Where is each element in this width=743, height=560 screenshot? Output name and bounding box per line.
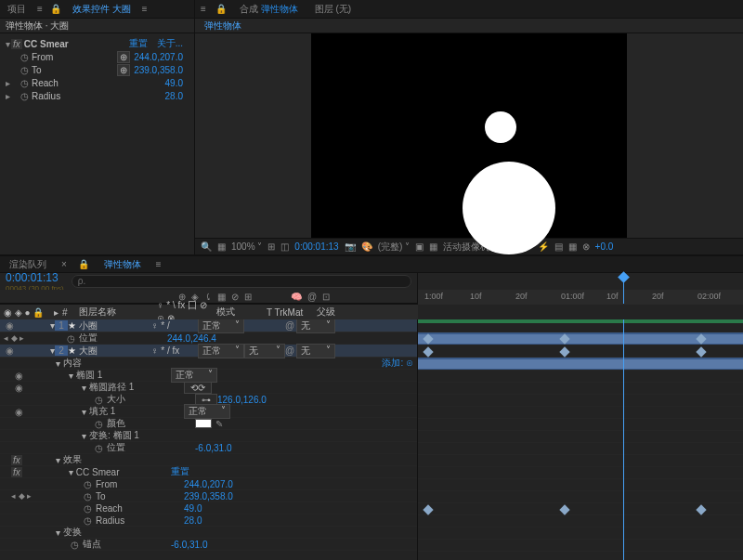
layer-bar[interactable]	[418, 358, 743, 371]
group-ellipse-path[interactable]: ◉ ▾ 椭圆路径 1 ⟲⟳	[0, 382, 417, 394]
lock-icon[interactable]: 🔒	[78, 259, 89, 269]
size-value[interactable]: 126.0,126.0	[217, 395, 267, 405]
property-row[interactable]: ◷ 锚点 -6.0,31.0	[0, 539, 417, 551]
twirl-icon[interactable]: ▾	[82, 407, 86, 417]
grid-icon[interactable]: ▦	[217, 241, 226, 252]
position-value[interactable]: -6.0,31.0	[195, 443, 231, 453]
viewer-timecode[interactable]: 0:00:01:13	[294, 241, 338, 252]
panel-menu-icon[interactable]: ×	[61, 259, 67, 269]
color-mgmt-icon[interactable]: 🎨	[361, 241, 372, 252]
layer-switches[interactable]: ♀ * /	[151, 320, 198, 331]
twirl-effect-icon[interactable]: ▾	[4, 39, 11, 49]
eye-icon[interactable]: ◉	[4, 320, 15, 331]
layer-name-header[interactable]: 图层名称	[79, 306, 153, 319]
to-x-value[interactable]: 239.0	[134, 65, 157, 75]
property-row[interactable]: ◂ ◆ ▸ ◷ To 239.0,358.0	[0, 490, 417, 502]
effect-reset-link[interactable]: 重置	[171, 465, 189, 478]
layer-switches[interactable]: ♀ * / fx	[151, 345, 198, 356]
keyframe-icon[interactable]	[559, 346, 569, 357]
exposure-reset-icon[interactable]: ⊗	[582, 241, 590, 252]
view-icon[interactable]: ▣	[415, 241, 424, 252]
panel-options-icon[interactable]: ≡	[142, 4, 148, 14]
stopwatch-icon[interactable]: ◷	[82, 515, 93, 526]
mode-header[interactable]: 模式	[216, 306, 263, 319]
to-y-value[interactable]: 358.0	[160, 65, 183, 75]
current-time-indicator[interactable]	[623, 273, 624, 304]
from-x-value[interactable]: 244.0	[134, 52, 157, 62]
twirl-icon[interactable]: ▸	[4, 78, 11, 88]
tab-layer[interactable]: 图层 (无)	[311, 1, 355, 18]
effect-name[interactable]: CC Smear	[22, 39, 129, 49]
timeline-tracks[interactable]	[418, 319, 743, 560]
tab-project[interactable]: 项目	[4, 1, 30, 18]
stopwatch-icon[interactable]: ◷	[93, 419, 104, 429]
keyframe-icon[interactable]	[423, 346, 433, 357]
timeline-icon[interactable]: ▤	[554, 241, 563, 252]
pickwhip-icon[interactable]: @	[307, 292, 317, 302]
twirl-icon[interactable]: ▾	[56, 358, 60, 369]
group-ellipse[interactable]: ◉ ▾ 椭圆 1 正常˅	[0, 370, 417, 382]
stopwatch-icon[interactable]: ◷	[65, 333, 76, 344]
brain-icon[interactable]: 🧠	[291, 292, 302, 302]
keyframe-nav[interactable]: ◂ ◆ ▸	[4, 333, 37, 343]
property-track[interactable]	[418, 345, 743, 358]
group-fill[interactable]: ◉ ▾ 填充 1 正常˅	[0, 406, 417, 418]
expand-icon[interactable]: ⊡	[322, 292, 330, 302]
trkmat-header[interactable]: T TrkMat	[267, 307, 313, 318]
keyframe-icon[interactable]	[696, 504, 706, 514]
blend-mode-dropdown[interactable]: 正常˅	[198, 344, 244, 358]
eye-icon[interactable]: ◉	[13, 383, 24, 393]
shape-small-circle[interactable]	[485, 111, 516, 143]
keyframe-icon[interactable]	[423, 504, 433, 514]
twirl-icon[interactable]: ▾	[56, 455, 60, 465]
snapshot-icon[interactable]: 📷	[345, 241, 356, 252]
from-y-value[interactable]: 207.0	[160, 52, 183, 62]
panel-menu-icon[interactable]: ≡	[37, 4, 43, 14]
to-value[interactable]: 239.0,358.0	[184, 491, 233, 501]
color-swatch[interactable]	[195, 419, 212, 428]
crosshair-icon[interactable]: ⊕	[117, 64, 130, 76]
layer-bar[interactable]	[418, 332, 743, 345]
magnify-icon[interactable]: 🔍	[201, 241, 212, 252]
stopwatch-icon[interactable]: ◷	[69, 540, 80, 550]
eyedropper-icon[interactable]: ✎	[215, 419, 223, 429]
frame-blend-icon[interactable]: ▦	[217, 292, 226, 302]
eye-icon[interactable]: ◉	[13, 371, 24, 381]
viewer-breadcrumb[interactable]: 弹性物体	[201, 18, 245, 34]
twirl-icon[interactable]: ▾	[69, 467, 73, 477]
resolution-icon[interactable]: ⊞	[267, 241, 275, 252]
path-link-icon[interactable]: ⟲⟳	[184, 382, 212, 394]
tab-timeline-comp[interactable]: 弹性物体	[100, 256, 145, 273]
parent-header[interactable]: 父级	[317, 306, 363, 319]
group-effects[interactable]: fx ▾ 效果	[0, 454, 417, 466]
keyframe-icon[interactable]	[696, 346, 706, 357]
exposure-value[interactable]: +0.0	[595, 241, 614, 252]
eye-icon[interactable]: ◉	[4, 345, 15, 356]
reach-value[interactable]: 49.0	[165, 78, 190, 88]
stopwatch-icon[interactable]: ◷	[82, 479, 93, 489]
quality-dropdown[interactable]: (完整) ˅	[378, 241, 410, 254]
twirl-icon[interactable]: ▾	[69, 371, 73, 381]
layer-name[interactable]: 大圈	[79, 345, 98, 358]
composition-viewer[interactable]	[195, 33, 743, 238]
tab-effect-controls[interactable]: 效果控件 大圈	[69, 1, 135, 18]
add-menu[interactable]: 添加: ⊙	[382, 357, 413, 370]
composition-stage[interactable]	[311, 33, 627, 238]
current-time-indicator[interactable]	[623, 319, 624, 560]
tab-composition[interactable]: 合成 弹性物体	[236, 1, 302, 18]
graph-editor-icon[interactable]: ⊞	[244, 292, 252, 302]
stopwatch-icon[interactable]: ◷	[93, 395, 104, 405]
stopwatch-icon[interactable]: ◷	[82, 503, 93, 514]
channel-icon[interactable]: ◫	[280, 241, 289, 252]
comp-flow-icon[interactable]: ▦	[568, 241, 577, 252]
effect-cc-smear[interactable]: fx ▾ CC Smear 重置	[0, 466, 417, 478]
shape-large-circle[interactable]	[463, 162, 555, 254]
reach-value[interactable]: 49.0	[184, 503, 202, 514]
work-area-track[interactable]	[418, 319, 743, 332]
zoom-dropdown[interactable]: 100% ˅	[231, 241, 262, 252]
timeline-ruler[interactable]: 1:00f 10f 20f 01:00f 10f 20f 02:00f	[418, 290, 743, 305]
group-transform-ellipse[interactable]: ▾ 变换: 椭圆 1	[0, 430, 417, 442]
layer-row[interactable]: ◉ ▾ 2 ★大圈 ♀ * / fx 正常˅ 无˅ @无˅	[0, 345, 417, 358]
lock-icon[interactable]: 🔒	[50, 4, 61, 14]
keyframe-nav[interactable]: ◂ ◆ ▸	[11, 491, 45, 501]
